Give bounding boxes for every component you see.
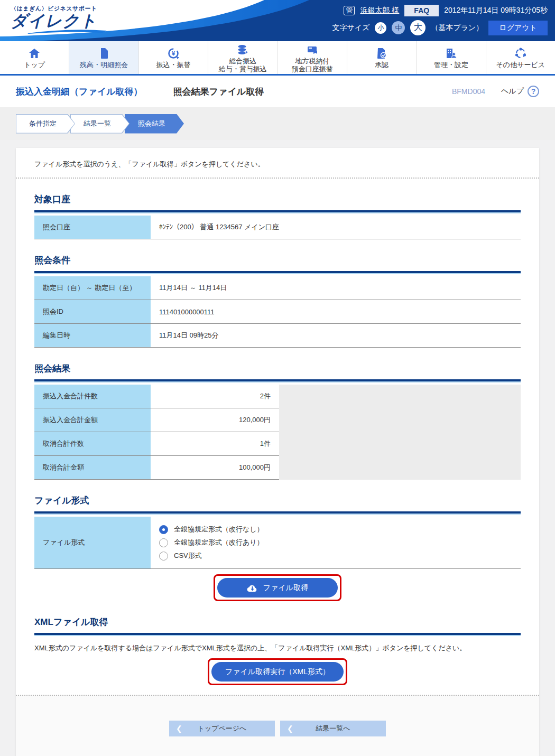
page-title: 照会結果ファイル取得 [173,86,264,98]
nav-item-top[interactable]: トップ [0,41,69,74]
header-row-1: 管 浜銀太郎 様 FAQ 2012年11月14日 09時31分05秒 [332,5,548,16]
step-label: 条件指定 [16,114,75,134]
bank-logo[interactable]: 〈はまぎん〉ビジネスサポート ダイレクト [11,5,111,34]
radio-option-zengin-no-linebreak[interactable]: 全銀協規定形式（改行なし） [159,525,512,534]
row-label: 勘定日（自） ～ 勘定日（至） [34,276,151,300]
help-link[interactable]: ヘルプ ? [501,86,539,97]
chevron-left-icon: ❮ [176,724,182,733]
user-name-link[interactable]: 浜銀太郎 様 [360,6,399,15]
row-value: 111401000000111 [151,300,521,324]
step-breadcrumb: 条件指定 結果一覧 照会結果 [0,107,555,140]
row-filler [279,385,521,408]
step-condition: 条件指定 [16,114,75,134]
table-row: 振込入金合計金額 120,000円 [34,408,521,432]
row-label: 取消合計金額 [34,456,151,480]
row-label: 振込入金合計金額 [34,408,151,432]
table-row: 振込入金合計件数 2件 [34,385,521,408]
file-download-button[interactable]: ファイル取得 [217,578,338,598]
table-row: ファイル形式 全銀協規定形式（改行なし） 全銀協規定形式（改行あり） CS [34,517,521,569]
nav-item-admin-settings[interactable]: 管理・設定 [416,41,485,74]
nav-label: 管理・設定 [434,61,468,69]
file-format-table: ファイル形式 全銀協規定形式（改行なし） 全銀協規定形式（改行あり） CS [34,517,521,569]
admin-role-badge: 管 [344,6,355,15]
row-filler [279,456,521,480]
nav-item-approval[interactable]: 承認 [347,41,416,74]
button-label: ファイル取得実行（XML形式） [225,667,330,677]
row-label: 編集日時 [34,324,151,348]
section-target-account: 対象口座 照会口座 ﾎﾝﾃﾝ（200） 普通 1234567 メイン口座 [16,193,539,239]
radio-label: 全銀協規定形式（改行あり） [174,538,264,547]
step-query-result: 照会結果 [125,114,184,134]
radio-button[interactable] [159,552,168,561]
xml-description: XML形式のファイルを取得する場合はファイル形式でXML形式を選択の上、「ファイ… [34,643,521,653]
row-value: 120,000円 [151,408,279,432]
nav-item-local-tax[interactable]: 地方税納付 預金口座振替 [278,41,347,74]
font-size-large-button[interactable]: 大 [410,20,426,35]
nav-item-other-services[interactable]: その他サービス [486,41,555,74]
section-file-format: ファイル形式 ファイル形式 全銀協規定形式（改行なし） 全銀協規定形式（改行あり… [16,494,539,601]
section-title: XMLファイル取得 [34,616,521,635]
row-value: 11月14日 09時25分 [151,324,521,348]
row-filler [279,408,521,432]
query-conditions-table: 勘定日（自） ～ 勘定日（至） 11月14日 ～ 11月14日 照会ID 111… [34,276,521,348]
radio-label: 全銀協規定形式（改行なし） [174,525,264,534]
radio-option-csv[interactable]: CSV形式 [159,551,512,561]
font-size-medium-button[interactable]: 中 [392,21,405,34]
button-label: 結果一覧へ [316,724,350,733]
nav-label: 総合振込 給与・賞与振込 [219,58,267,73]
back-to-result-list-button[interactable]: ❮ 結果一覧へ [280,721,386,736]
question-circle-icon[interactable]: ? [528,86,539,97]
page-title-row: 振込入金明細（ファイル取得） 照会結果ファイル取得 BFMD004 ヘルプ ? [0,76,555,107]
logout-button[interactable]: ログアウト [488,21,548,35]
step-label: 結果一覧 [70,114,130,134]
table-row: 照会ID 111401000000111 [34,300,521,324]
header-controls: 管 浜銀太郎 様 FAQ 2012年11月14日 09時31分05秒 文字サイズ… [332,5,548,35]
row-value: 11月14日 ～ 11月14日 [151,276,521,300]
radio-option-zengin-linebreak[interactable]: 全銀協規定形式（改行あり） [159,538,512,547]
row-value: 2件 [151,385,279,408]
nav-label: 承認 [375,61,388,69]
logo-title: ダイレクト [11,13,111,30]
screen-code: BFMD004 [452,87,485,96]
xml-download-highlight-box: ファイル取得実行（XML形式） [208,658,347,685]
approval-icon [375,46,388,60]
nav-item-transfer[interactable]: ¥ 振込・振替 [138,41,208,74]
xml-download-button[interactable]: ファイル取得実行（XML形式） [211,662,344,682]
file-format-options: 全銀協規定形式（改行なし） 全銀協規定形式（改行あり） CSV形式 [151,517,521,569]
table-row: 取消合計金額 100,000円 [34,456,521,480]
nav-item-bulk-transfer[interactable]: 総合振込 給与・賞与振込 [208,41,277,74]
font-size-small-button[interactable]: 小 [375,22,386,34]
nav-label: 振込・振替 [156,61,190,69]
font-size-label: 文字サイズ [332,23,369,33]
file-download-highlight-box: ファイル取得 [214,574,341,601]
nav-label: 地方税納付 預金口座振替 [292,58,333,73]
step-result-list: 結果一覧 [70,114,130,134]
row-label: 振込入金合計件数 [34,385,151,408]
cloud-download-icon [247,584,258,592]
table-row: 編集日時 11月14日 09時25分 [34,324,521,348]
tax-payment-icon [306,42,319,56]
back-to-top-page-button[interactable]: ❮ トップページへ [169,721,275,736]
table-row: 取消合計件数 1件 [34,432,521,456]
radio-button[interactable] [159,538,168,547]
section-title: ファイル形式 [34,494,521,514]
radio-label: CSV形式 [174,551,202,561]
radio-button[interactable] [159,525,168,534]
query-results-table: 振込入金合計件数 2件 振込入金合計金額 120,000円 取消合計件数 1件 … [34,385,521,480]
global-nav: トップ 残高・明細照会 ¥ 振込・振替 [0,41,555,76]
table-row: 勘定日（自） ～ 勘定日（至） 11月14日 ～ 11月14日 [34,276,521,300]
section-title: 照会条件 [34,254,521,273]
faq-button[interactable]: FAQ [404,5,439,16]
row-label: ファイル形式 [34,517,151,569]
row-value: 1件 [151,432,279,456]
instruction-text: ファイル形式を選択のうえ、「ファイル取得」ボタンを押してください。 [16,148,539,178]
other-services-icon [514,46,527,60]
nav-item-balance-inquiry[interactable]: 残高・明細照会 [69,41,138,74]
svg-text:¥: ¥ [172,50,175,57]
button-label: トップページへ [198,724,247,733]
nav-label: その他サービス [496,61,545,69]
nav-label: トップ [24,61,45,69]
chevron-left-icon: ❮ [287,724,293,733]
content-card: ファイル形式を選択のうえ、「ファイル取得」ボタンを押してください。 対象口座 照… [16,148,539,756]
row-filler [279,432,521,456]
